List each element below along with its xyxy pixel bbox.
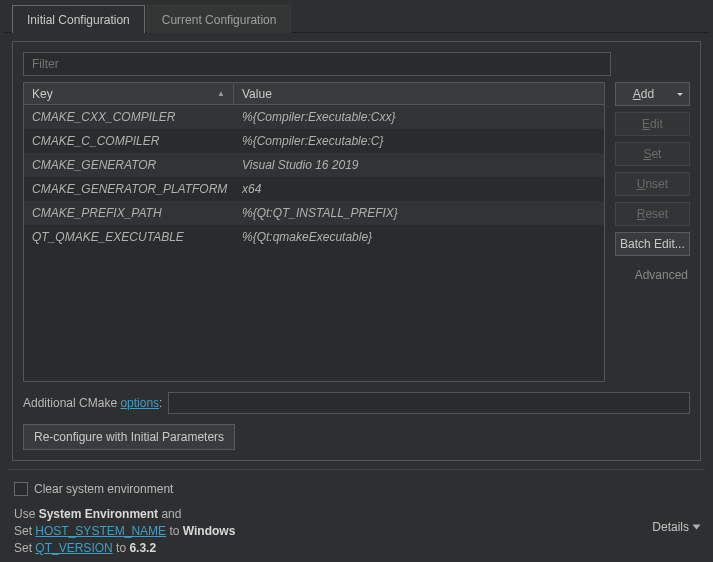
config-tabbar: Initial Configuration Current Configurat… xyxy=(4,4,709,33)
config-panel: Key ▲ Value CMAKE_CXX_COMPILER%{Compiler… xyxy=(12,41,701,461)
table-row[interactable]: QT_QMAKE_EXECUTABLE%{Qt:qmakeExecutable} xyxy=(24,225,604,249)
tab-current-config[interactable]: Current Configuration xyxy=(147,5,292,33)
env-summary: Use System Environment and Set HOST_SYST… xyxy=(14,506,235,557)
column-header-value[interactable]: Value xyxy=(234,84,604,104)
filter-input[interactable] xyxy=(23,52,611,76)
column-header-key[interactable]: Key ▲ xyxy=(24,84,234,104)
cell-value: %{Compiler:Executable:Cxx} xyxy=(234,107,604,127)
host-system-link[interactable]: HOST_SYSTEM_NAME xyxy=(35,524,166,538)
cell-value: x64 xyxy=(234,179,604,199)
cell-value: %{Qt:qmakeExecutable} xyxy=(234,227,604,247)
chevron-down-icon xyxy=(693,525,701,530)
cell-key: CMAKE_C_COMPILER xyxy=(24,131,234,151)
table-row[interactable]: CMAKE_C_COMPILER%{Compiler:Executable:C} xyxy=(24,129,604,153)
table-row[interactable]: CMAKE_CXX_COMPILER%{Compiler:Executable:… xyxy=(24,105,604,129)
divider xyxy=(8,469,705,470)
table-header: Key ▲ Value xyxy=(24,83,604,105)
options-link[interactable]: options xyxy=(120,396,159,410)
table-row[interactable]: CMAKE_PREFIX_PATH%{Qt:QT_INSTALL_PREFIX} xyxy=(24,201,604,225)
config-table: Key ▲ Value CMAKE_CXX_COMPILER%{Compiler… xyxy=(23,82,605,382)
cell-key: CMAKE_GENERATOR xyxy=(24,155,234,175)
cell-value: %{Compiler:Executable:C} xyxy=(234,131,604,151)
additional-options-input[interactable] xyxy=(168,392,690,414)
unset-button[interactable]: Unset xyxy=(615,172,690,196)
cell-value: Visual Studio 16 2019 xyxy=(234,155,604,175)
cell-key: CMAKE_CXX_COMPILER xyxy=(24,107,234,127)
table-row[interactable]: CMAKE_GENERATOR_PLATFORMx64 xyxy=(24,177,604,201)
cell-value: %{Qt:QT_INSTALL_PREFIX} xyxy=(234,203,604,223)
additional-options-label: Additional CMake options: xyxy=(23,396,162,410)
cell-key: QT_QMAKE_EXECUTABLE xyxy=(24,227,234,247)
clear-env-label: Clear system environment xyxy=(34,482,173,496)
batch-edit-button[interactable]: Batch Edit... xyxy=(615,232,690,256)
add-button[interactable]: Add xyxy=(615,82,690,106)
tab-initial-config[interactable]: Initial Configuration xyxy=(12,5,145,33)
qt-version-link[interactable]: QT_VERSION xyxy=(35,541,112,555)
cell-key: CMAKE_GENERATOR_PLATFORM xyxy=(24,179,234,199)
edit-button[interactable]: Edit xyxy=(615,112,690,136)
reset-button[interactable]: Reset xyxy=(615,202,690,226)
clear-env-checkbox[interactable] xyxy=(14,482,28,496)
cell-key: CMAKE_PREFIX_PATH xyxy=(24,203,234,223)
set-button[interactable]: Set xyxy=(615,142,690,166)
sort-asc-icon: ▲ xyxy=(217,89,225,98)
reconfigure-button[interactable]: Re-configure with Initial Parameters xyxy=(23,424,235,450)
details-button[interactable]: Details xyxy=(652,506,699,534)
table-row[interactable]: CMAKE_GENERATORVisual Studio 16 2019 xyxy=(24,153,604,177)
advanced-label[interactable]: Advanced xyxy=(615,262,690,288)
